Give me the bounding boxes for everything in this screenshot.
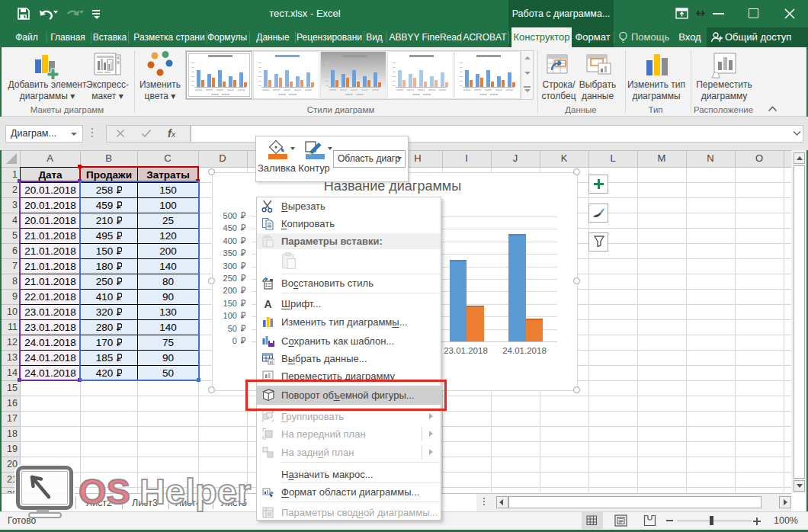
svg-text:A: A: [264, 297, 271, 309]
